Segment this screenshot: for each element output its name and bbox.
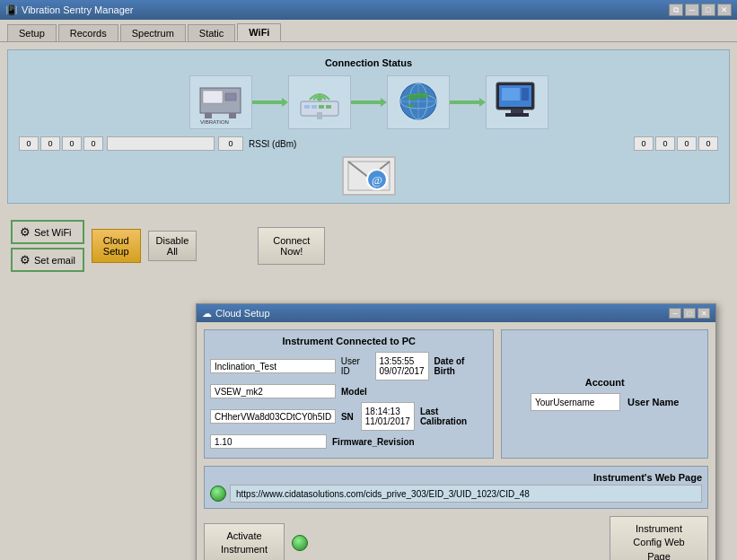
instrument-config-button[interactable]: Instrument Config Web Page xyxy=(610,516,708,560)
connection-status-title: Connection Status xyxy=(15,57,722,68)
connect-hon-label: Now! xyxy=(273,246,310,257)
ssid-field[interactable] xyxy=(107,136,215,151)
activate-line2: Instrument xyxy=(215,543,273,556)
modal-content: Instrument Connected to PC User ID 13:55… xyxy=(197,322,715,560)
arrow-3 xyxy=(450,98,486,107)
set-wifi-button[interactable]: ⚙ Set WiFi xyxy=(11,220,84,244)
maximize-button[interactable]: □ xyxy=(701,4,715,16)
date-of-birth-label: Date of Birth xyxy=(434,356,488,376)
userid-value: 13:55:55 09/07/2017 xyxy=(375,352,429,381)
account-title: Account xyxy=(531,377,679,388)
account-section: Account User Name xyxy=(501,329,708,459)
svg-rect-21 xyxy=(522,88,529,101)
tab-bar: Setup Records Spectrum Static WiFi xyxy=(0,20,737,41)
modal-title-bar: ☁ Cloud Setup ─ □ ✕ xyxy=(197,304,715,322)
modal-minimize[interactable]: ─ xyxy=(669,308,681,319)
set-email-button[interactable]: ⚙ Set email xyxy=(11,248,84,272)
svg-rect-10 xyxy=(326,105,331,109)
username-label: User Name xyxy=(627,397,679,407)
email-icon-area: @ xyxy=(15,156,722,196)
bottom-action-row: Activate Instrument Instrument Config We… xyxy=(204,516,708,560)
instrument-webpage-label: Instrument's Web Page xyxy=(593,472,702,483)
svg-rect-2 xyxy=(225,93,236,101)
conn-info-row: 0 0 0 0 0 RSSI (dBm) 0 0 0 0 xyxy=(15,136,722,151)
config-line2: Config Web Page xyxy=(621,536,697,560)
rssi-value: 0 xyxy=(218,136,243,151)
connect-now-label: Connect xyxy=(273,235,310,246)
title-bar-controls: ⧉ ─ □ ✕ xyxy=(669,4,732,16)
instrument-name-row: User ID 13:55:55 09/07/2017 Date of Birt… xyxy=(210,352,487,381)
url-field[interactable] xyxy=(230,485,702,503)
firmware-label: Firmware_Revision xyxy=(332,437,415,447)
modal-maximize[interactable]: □ xyxy=(683,308,696,319)
tab-static[interactable]: Static xyxy=(188,24,236,41)
username-row: User Name xyxy=(531,393,679,411)
arrow-1 xyxy=(252,98,288,107)
instrument-model-field[interactable] xyxy=(210,384,336,398)
calibration-date: 11/01/2017 xyxy=(365,416,410,426)
restore-button[interactable]: ⧉ xyxy=(669,4,683,16)
button-area: ⚙ Set WiFi ⚙ Set email Cloud Setup Disab… xyxy=(7,213,730,279)
last-calibration-label: Last Calibration xyxy=(420,407,488,426)
svg-text:@: @ xyxy=(372,173,382,187)
app-title: Vibration Sentry Manager xyxy=(22,4,134,15)
gear-icon-email: ⚙ xyxy=(20,253,31,267)
userid-time: 13:55:55 xyxy=(380,356,425,366)
set-wifi-label: Set WiFi xyxy=(34,227,72,238)
modal-icon: ☁ xyxy=(202,308,212,319)
connect-now-button[interactable]: Connect Now! xyxy=(258,227,325,265)
ip-octet-2: 0 xyxy=(40,136,60,151)
ip-octet-1: 0 xyxy=(19,136,39,151)
modal-close[interactable]: ✕ xyxy=(698,308,710,319)
close-button[interactable]: ✕ xyxy=(717,4,732,16)
title-bar: 📳 Vibration Sentry Manager ⧉ ─ □ ✕ xyxy=(0,0,737,20)
ip-boxes-right: 0 0 0 0 xyxy=(634,136,718,151)
modal-controls: ─ □ ✕ xyxy=(669,308,710,319)
cloud-setup-label: Cloud xyxy=(103,235,129,246)
computer-icon xyxy=(486,75,548,129)
svg-rect-9 xyxy=(319,105,324,109)
instrument-section-title: Instrument Connected to PC xyxy=(210,336,487,346)
connection-status-panel: Connection Status VIBRATION xyxy=(7,49,730,204)
modal-title: Cloud Setup xyxy=(215,308,270,319)
gear-icon-wifi: ⚙ xyxy=(20,225,31,239)
instrument-name-field[interactable] xyxy=(210,359,336,373)
ip-octet-4: 0 xyxy=(83,136,103,151)
model-label: Model xyxy=(341,387,367,397)
webpage-label-row: Instrument's Web Page xyxy=(210,472,702,483)
webpage-url-row xyxy=(210,485,702,503)
cloud-setup-button[interactable]: Cloud Setup xyxy=(92,229,141,263)
ip-r-4: 0 xyxy=(698,136,718,151)
disable-all-line1: Disable xyxy=(156,235,189,246)
svg-text:VIBRATION: VIBRATION xyxy=(200,119,229,124)
ip-r-2: 0 xyxy=(655,136,675,151)
ip-octet-3: 0 xyxy=(62,136,82,151)
account-section-inner: Account User Name xyxy=(531,377,679,411)
app-icon: 📳 xyxy=(5,4,18,16)
modal-top-row: Instrument Connected to PC User ID 13:55… xyxy=(204,329,708,459)
activate-line1: Activate xyxy=(215,529,273,543)
last-calibration-value: 18:14:13 11/01/2017 xyxy=(361,402,415,431)
cloud-setup-label2: Setup xyxy=(103,246,129,257)
tab-spectrum[interactable]: Spectrum xyxy=(120,24,186,41)
activate-status-dot xyxy=(210,486,226,502)
title-bar-left: 📳 Vibration Sentry Manager xyxy=(5,4,134,16)
cloud-setup-modal: ☁ Cloud Setup ─ □ ✕ Instrument Connected… xyxy=(196,303,716,560)
tab-setup[interactable]: Setup xyxy=(7,24,57,41)
instrument-model-row: Model xyxy=(210,384,487,398)
ip-r-1: 0 xyxy=(634,136,654,151)
instrument-sn-field[interactable] xyxy=(210,409,336,424)
activate-instrument-button[interactable]: Activate Instrument xyxy=(204,523,285,560)
calibration-time: 18:14:13 xyxy=(365,407,410,416)
tab-wifi[interactable]: WiFi xyxy=(237,23,281,41)
tab-records[interactable]: Records xyxy=(58,24,118,41)
firmware-field[interactable] xyxy=(210,434,327,449)
svg-rect-23 xyxy=(505,113,529,117)
svg-rect-1 xyxy=(203,91,223,103)
svg-rect-22 xyxy=(511,109,523,113)
minimize-button[interactable]: ─ xyxy=(685,4,699,16)
userid-label: User ID xyxy=(341,356,372,376)
disable-all-button[interactable]: Disable All xyxy=(148,231,197,261)
username-field[interactable] xyxy=(531,393,620,411)
svg-rect-8 xyxy=(311,105,317,109)
